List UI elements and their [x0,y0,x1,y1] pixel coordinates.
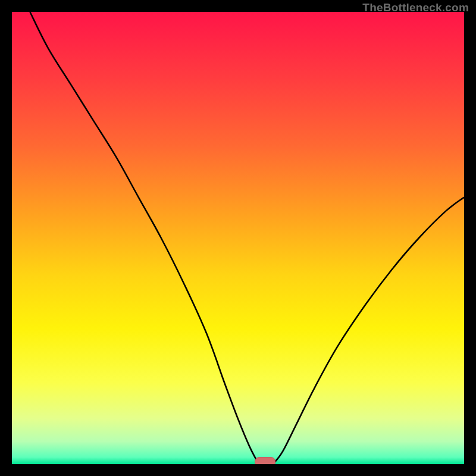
chart-frame: TheBottleneck.com [0,0,476,476]
plot-area [12,12,464,464]
bottleneck-chart [12,12,464,464]
gradient-background [12,12,464,464]
optimal-marker [255,458,275,464]
